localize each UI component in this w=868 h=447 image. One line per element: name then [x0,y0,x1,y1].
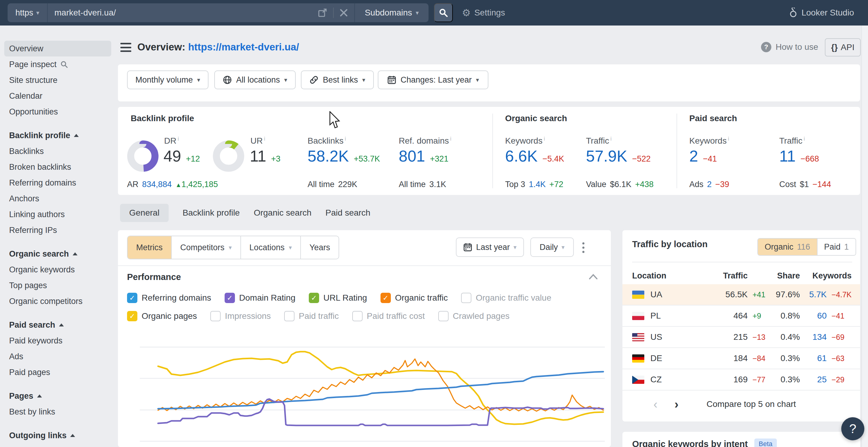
sidebar-item-backlinks[interactable]: Backlinks [0,143,116,159]
sidebar-item-label: Calendar [9,92,42,101]
tab-paid-search[interactable]: Paid search [326,208,370,218]
traffic-by-location-card: Traffic by location Organic 116 Paid 1 L… [622,230,860,421]
info-icon: i [450,135,451,142]
checkbox-impressions[interactable]: Impressions [210,311,271,321]
target-url-input[interactable]: market-dveri.ua/ [48,3,318,22]
organic-value: Value $6.1K +438 [586,180,653,189]
paid-keywords-value[interactable]: 2 −41 [689,147,717,165]
sidebar-section-pages[interactable]: Pages [0,388,116,404]
dr-value: 49 +12 [163,147,200,165]
sidebar-item-referring-domains[interactable]: Referring domains [0,175,116,191]
sidebar-section-paid-search[interactable]: Paid search [0,317,116,333]
table-row-pl[interactable]: PL 464 +9 0.8% 60 −41 [622,306,860,327]
table-row-ua[interactable]: UA 56.5K +41 97.6% 5.7K −4.7K [622,284,860,306]
sidebar-item-linked-domains[interactable]: Linked domains [0,443,116,447]
tab-organic-search[interactable]: Organic search [254,208,312,218]
table-row-de[interactable]: DE 184 −84 0.3% 61 −63 [622,348,860,369]
sidebar-item-calendar[interactable]: Calendar [0,88,116,104]
segment-years[interactable]: Years [300,236,339,259]
settings-button[interactable]: ⚙ Settings [462,0,505,26]
ref-domains-value[interactable]: 801 +321 [399,147,448,165]
kebab-menu[interactable] [582,242,584,253]
flag-pl-icon [632,312,644,320]
ur-label: URi [250,135,265,146]
help-button[interactable]: ? [841,417,864,440]
looker-studio-button[interactable]: Looker Studio [789,0,854,26]
checkbox-organic-traffic[interactable]: ✓Organic traffic [380,293,448,303]
info-icon: i [178,135,179,142]
segment-locations[interactable]: Locations▾ [240,236,301,259]
prev-page-icon[interactable]: ‹ [653,398,657,411]
divider [118,265,611,266]
info-icon: i [804,135,805,142]
ref-domains-alltime: All time3.1K [399,180,446,189]
sidebar-item-best-by-links[interactable]: Best by links [0,404,116,420]
target-url-link[interactable]: https://market-dveri.ua/ [188,41,299,53]
toggle-paid[interactable]: Paid 1 [817,239,856,255]
checkbox-domain-rating[interactable]: ✓Domain Rating [225,293,296,303]
sidebar-section-outgoing-links[interactable]: Outgoing links [0,427,116,443]
locations-filter-dropdown[interactable]: All locations▾ [214,70,296,89]
checkbox-paid-traffic[interactable]: Paid traffic [284,311,339,321]
period-dropdown[interactable]: Last year▾ [456,238,524,257]
sidebar-item-top-pages[interactable]: Top pages [0,278,116,294]
volume-mode-dropdown[interactable]: Monthly volume▾ [127,70,209,89]
metric-checkbox-row: ✓Organic pages Impressions Paid traffic … [127,311,510,321]
sidebar-item-broken-backlinks[interactable]: Broken backlinks [0,159,116,175]
protocol-dropdown[interactable]: https ▾ [8,3,48,22]
collapse-chevron-icon[interactable] [588,273,598,280]
clear-url-icon[interactable] [340,9,348,17]
sidebar-section-backlink-profile[interactable]: Backlink profile [0,128,116,143]
performance-chart[interactable] [140,334,605,447]
next-page-icon[interactable]: › [674,398,678,411]
best-links-dropdown[interactable]: Best links▾ [301,70,374,89]
backlinks-value[interactable]: 58.2K +53.7K [308,147,380,165]
stats-card: Backlink profile DRi 49 +12 URi 11 +3 AR… [118,107,860,195]
checkbox-url-rating[interactable]: ✓URL Rating [309,293,367,303]
granularity-dropdown[interactable]: Daily▾ [530,238,574,257]
changes-period-dropdown[interactable]: Changes: Last year▾ [378,70,488,89]
external-link-icon[interactable] [318,8,327,17]
checkbox-organic-pages[interactable]: ✓Organic pages [127,311,197,321]
menu-toggle-icon[interactable] [120,43,131,52]
segment-metrics[interactable]: Metrics [128,236,171,259]
table-row-us[interactable]: US 215 −13 0.4% 134 −69 [622,327,860,348]
checkbox-crawled-pages[interactable]: Crawled pages [438,311,510,321]
sidebar-section-organic-search[interactable]: Organic search [0,246,116,262]
search-button[interactable] [434,3,453,22]
subdomains-dropdown[interactable]: Subdomains ▾ [354,3,429,22]
sidebar-item-referring-ips[interactable]: Referring IPs [0,222,116,238]
table-row-cz[interactable]: CZ 169 −77 0.3% 25 −29 [622,369,860,390]
sidebar-item-paid-pages[interactable]: Paid pages [0,365,116,380]
sidebar-item-paid-keywords[interactable]: Paid keywords [0,333,116,349]
link-icon [309,75,318,84]
compare-top5-link[interactable]: Compare top 5 on chart [707,399,796,409]
tab-backlink-profile[interactable]: Backlink profile [183,208,240,218]
checkbox-icon: ✓ [127,311,137,321]
sidebar-item-overview[interactable]: Overview [4,41,111,57]
checkbox-organic-traffic-value[interactable]: Organic traffic value [461,293,551,303]
sidebar-item-organic-competitors[interactable]: Organic competitors [0,294,116,309]
sidebar-item-site-structure[interactable]: Site structure [0,72,116,88]
paid-traffic-value[interactable]: 11 −668 [779,147,819,165]
api-button[interactable]: {} API [825,38,861,57]
tab-general[interactable]: General [120,204,169,222]
sidebar-item-organic-keywords[interactable]: Organic keywords [0,262,116,278]
organic-traffic-value[interactable]: 57.9K −522 [586,147,651,165]
scrollbar[interactable] [861,26,868,447]
organic-keywords-label: Keywordsi [505,135,545,146]
segment-competitors[interactable]: Competitors▾ [171,236,240,259]
toggle-organic[interactable]: Organic 116 [758,239,817,255]
how-to-use-button[interactable]: ? How to use [761,42,818,52]
checkbox-referring-domains[interactable]: ✓Referring domains [127,293,211,303]
organic-top3: Top 3 1.4K +72 [505,180,563,189]
sidebar-item-anchors[interactable]: Anchors [0,191,116,206]
sidebar-item-linking-authors[interactable]: Linking authors [0,206,116,222]
checkbox-paid-traffic-cost[interactable]: Paid traffic cost [352,311,425,321]
sidebar-item-page-inspect[interactable]: Page inspect [0,57,116,72]
sidebar-item-opportunities[interactable]: Opportunities [0,104,116,119]
organic-keywords-value[interactable]: 6.6K −5.4K [505,147,564,165]
gear-icon: ⚙ [462,8,471,18]
sidebar-item-ads[interactable]: Ads [0,349,116,365]
ar-value[interactable]: 834,884 [142,180,172,189]
